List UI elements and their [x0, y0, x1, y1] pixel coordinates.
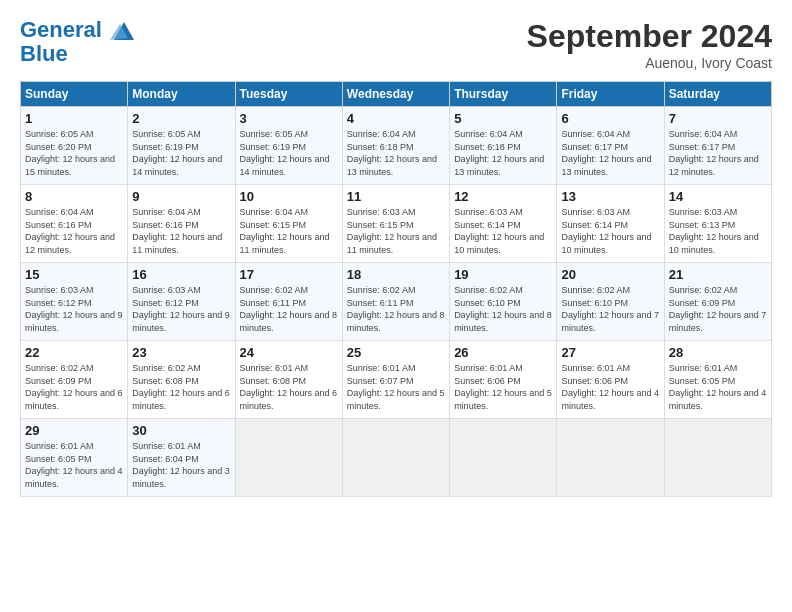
day-detail: Sunrise: 6:01 AMSunset: 6:06 PMDaylight:…	[454, 363, 552, 411]
day-detail: Sunrise: 6:04 AMSunset: 6:15 PMDaylight:…	[240, 207, 330, 255]
day-cell: 4 Sunrise: 6:04 AMSunset: 6:18 PMDayligh…	[342, 107, 449, 185]
day-detail: Sunrise: 6:05 AMSunset: 6:19 PMDaylight:…	[240, 129, 330, 177]
day-number: 12	[454, 189, 552, 204]
day-detail: Sunrise: 6:02 AMSunset: 6:11 PMDaylight:…	[240, 285, 338, 333]
day-cell: 8 Sunrise: 6:04 AMSunset: 6:16 PMDayligh…	[21, 185, 128, 263]
day-cell: 15 Sunrise: 6:03 AMSunset: 6:12 PMDaylig…	[21, 263, 128, 341]
day-number: 25	[347, 345, 445, 360]
day-detail: Sunrise: 6:04 AMSunset: 6:16 PMDaylight:…	[132, 207, 222, 255]
day-number: 30	[132, 423, 230, 438]
day-cell: 19 Sunrise: 6:02 AMSunset: 6:10 PMDaylig…	[450, 263, 557, 341]
day-number: 8	[25, 189, 123, 204]
day-detail: Sunrise: 6:03 AMSunset: 6:14 PMDaylight:…	[561, 207, 651, 255]
day-cell: 23 Sunrise: 6:02 AMSunset: 6:08 PMDaylig…	[128, 341, 235, 419]
day-cell: 21 Sunrise: 6:02 AMSunset: 6:09 PMDaylig…	[664, 263, 771, 341]
day-detail: Sunrise: 6:03 AMSunset: 6:14 PMDaylight:…	[454, 207, 544, 255]
day-detail: Sunrise: 6:02 AMSunset: 6:10 PMDaylight:…	[454, 285, 552, 333]
logo-icon	[110, 20, 138, 42]
day-cell: 22 Sunrise: 6:02 AMSunset: 6:09 PMDaylig…	[21, 341, 128, 419]
day-number: 15	[25, 267, 123, 282]
day-cell: 17 Sunrise: 6:02 AMSunset: 6:11 PMDaylig…	[235, 263, 342, 341]
day-detail: Sunrise: 6:02 AMSunset: 6:09 PMDaylight:…	[669, 285, 767, 333]
header: General Blue September 2024 Auenou, Ivor…	[20, 18, 772, 71]
day-cell	[450, 419, 557, 497]
day-number: 5	[454, 111, 552, 126]
day-number: 3	[240, 111, 338, 126]
day-cell: 18 Sunrise: 6:02 AMSunset: 6:11 PMDaylig…	[342, 263, 449, 341]
day-number: 2	[132, 111, 230, 126]
day-detail: Sunrise: 6:01 AMSunset: 6:08 PMDaylight:…	[240, 363, 338, 411]
day-number: 1	[25, 111, 123, 126]
week-row-5: 29 Sunrise: 6:01 AMSunset: 6:05 PMDaylig…	[21, 419, 772, 497]
day-number: 27	[561, 345, 659, 360]
day-cell: 27 Sunrise: 6:01 AMSunset: 6:06 PMDaylig…	[557, 341, 664, 419]
day-detail: Sunrise: 6:01 AMSunset: 6:05 PMDaylight:…	[669, 363, 767, 411]
month-title: September 2024	[527, 18, 772, 55]
header-cell-thursday: Thursday	[450, 82, 557, 107]
day-cell: 3 Sunrise: 6:05 AMSunset: 6:19 PMDayligh…	[235, 107, 342, 185]
header-cell-saturday: Saturday	[664, 82, 771, 107]
day-detail: Sunrise: 6:03 AMSunset: 6:15 PMDaylight:…	[347, 207, 437, 255]
day-cell: 5 Sunrise: 6:04 AMSunset: 6:18 PMDayligh…	[450, 107, 557, 185]
day-number: 13	[561, 189, 659, 204]
day-cell: 29 Sunrise: 6:01 AMSunset: 6:05 PMDaylig…	[21, 419, 128, 497]
day-number: 19	[454, 267, 552, 282]
day-detail: Sunrise: 6:04 AMSunset: 6:17 PMDaylight:…	[669, 129, 759, 177]
header-cell-wednesday: Wednesday	[342, 82, 449, 107]
day-number: 23	[132, 345, 230, 360]
day-cell: 12 Sunrise: 6:03 AMSunset: 6:14 PMDaylig…	[450, 185, 557, 263]
day-detail: Sunrise: 6:01 AMSunset: 6:05 PMDaylight:…	[25, 441, 123, 489]
day-detail: Sunrise: 6:04 AMSunset: 6:17 PMDaylight:…	[561, 129, 651, 177]
day-cell: 14 Sunrise: 6:03 AMSunset: 6:13 PMDaylig…	[664, 185, 771, 263]
day-number: 14	[669, 189, 767, 204]
week-row-3: 15 Sunrise: 6:03 AMSunset: 6:12 PMDaylig…	[21, 263, 772, 341]
day-cell: 7 Sunrise: 6:04 AMSunset: 6:17 PMDayligh…	[664, 107, 771, 185]
day-detail: Sunrise: 6:05 AMSunset: 6:19 PMDaylight:…	[132, 129, 222, 177]
day-cell	[664, 419, 771, 497]
day-cell: 10 Sunrise: 6:04 AMSunset: 6:15 PMDaylig…	[235, 185, 342, 263]
day-number: 4	[347, 111, 445, 126]
day-number: 10	[240, 189, 338, 204]
day-number: 9	[132, 189, 230, 204]
day-detail: Sunrise: 6:01 AMSunset: 6:07 PMDaylight:…	[347, 363, 445, 411]
day-detail: Sunrise: 6:02 AMSunset: 6:08 PMDaylight:…	[132, 363, 230, 411]
day-cell: 9 Sunrise: 6:04 AMSunset: 6:16 PMDayligh…	[128, 185, 235, 263]
day-detail: Sunrise: 6:02 AMSunset: 6:11 PMDaylight:…	[347, 285, 445, 333]
day-detail: Sunrise: 6:04 AMSunset: 6:18 PMDaylight:…	[454, 129, 544, 177]
day-cell: 25 Sunrise: 6:01 AMSunset: 6:07 PMDaylig…	[342, 341, 449, 419]
day-cell: 13 Sunrise: 6:03 AMSunset: 6:14 PMDaylig…	[557, 185, 664, 263]
day-number: 24	[240, 345, 338, 360]
day-cell: 26 Sunrise: 6:01 AMSunset: 6:06 PMDaylig…	[450, 341, 557, 419]
day-cell	[235, 419, 342, 497]
day-number: 17	[240, 267, 338, 282]
header-cell-sunday: Sunday	[21, 82, 128, 107]
calendar-table: SundayMondayTuesdayWednesdayThursdayFrid…	[20, 81, 772, 497]
day-detail: Sunrise: 6:04 AMSunset: 6:16 PMDaylight:…	[25, 207, 115, 255]
day-number: 29	[25, 423, 123, 438]
day-detail: Sunrise: 6:02 AMSunset: 6:09 PMDaylight:…	[25, 363, 123, 411]
day-cell: 2 Sunrise: 6:05 AMSunset: 6:19 PMDayligh…	[128, 107, 235, 185]
day-detail: Sunrise: 6:03 AMSunset: 6:12 PMDaylight:…	[132, 285, 230, 333]
day-number: 26	[454, 345, 552, 360]
day-cell: 24 Sunrise: 6:01 AMSunset: 6:08 PMDaylig…	[235, 341, 342, 419]
header-cell-friday: Friday	[557, 82, 664, 107]
day-cell	[342, 419, 449, 497]
day-detail: Sunrise: 6:01 AMSunset: 6:04 PMDaylight:…	[132, 441, 230, 489]
day-detail: Sunrise: 6:01 AMSunset: 6:06 PMDaylight:…	[561, 363, 659, 411]
day-detail: Sunrise: 6:03 AMSunset: 6:12 PMDaylight:…	[25, 285, 123, 333]
day-number: 28	[669, 345, 767, 360]
calendar-header-row: SundayMondayTuesdayWednesdayThursdayFrid…	[21, 82, 772, 107]
day-detail: Sunrise: 6:03 AMSunset: 6:13 PMDaylight:…	[669, 207, 759, 255]
day-cell: 30 Sunrise: 6:01 AMSunset: 6:04 PMDaylig…	[128, 419, 235, 497]
day-cell: 11 Sunrise: 6:03 AMSunset: 6:15 PMDaylig…	[342, 185, 449, 263]
day-number: 7	[669, 111, 767, 126]
week-row-2: 8 Sunrise: 6:04 AMSunset: 6:16 PMDayligh…	[21, 185, 772, 263]
week-row-4: 22 Sunrise: 6:02 AMSunset: 6:09 PMDaylig…	[21, 341, 772, 419]
day-detail: Sunrise: 6:02 AMSunset: 6:10 PMDaylight:…	[561, 285, 659, 333]
day-cell: 6 Sunrise: 6:04 AMSunset: 6:17 PMDayligh…	[557, 107, 664, 185]
day-cell: 1 Sunrise: 6:05 AMSunset: 6:20 PMDayligh…	[21, 107, 128, 185]
day-detail: Sunrise: 6:04 AMSunset: 6:18 PMDaylight:…	[347, 129, 437, 177]
day-number: 18	[347, 267, 445, 282]
day-number: 22	[25, 345, 123, 360]
day-cell: 28 Sunrise: 6:01 AMSunset: 6:05 PMDaylig…	[664, 341, 771, 419]
